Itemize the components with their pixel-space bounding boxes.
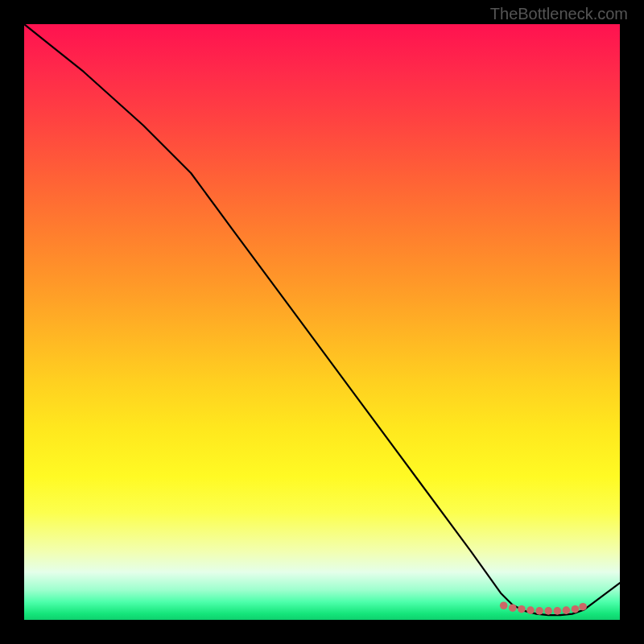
watermark-text: TheBottleneck.com (490, 5, 628, 23)
marker-point (535, 607, 543, 615)
marker-point (500, 601, 508, 609)
marker-point (518, 605, 526, 613)
chart-plot-area (24, 24, 620, 620)
marker-point (563, 606, 571, 614)
marker-point (509, 604, 517, 612)
chart-svg (24, 24, 620, 620)
bottleneck-curve (24, 24, 620, 615)
marker-point (544, 607, 552, 615)
marker-point (554, 607, 562, 615)
marker-point (526, 606, 535, 614)
marker-point (579, 603, 587, 611)
marker-group (500, 601, 587, 614)
marker-point (572, 605, 580, 613)
